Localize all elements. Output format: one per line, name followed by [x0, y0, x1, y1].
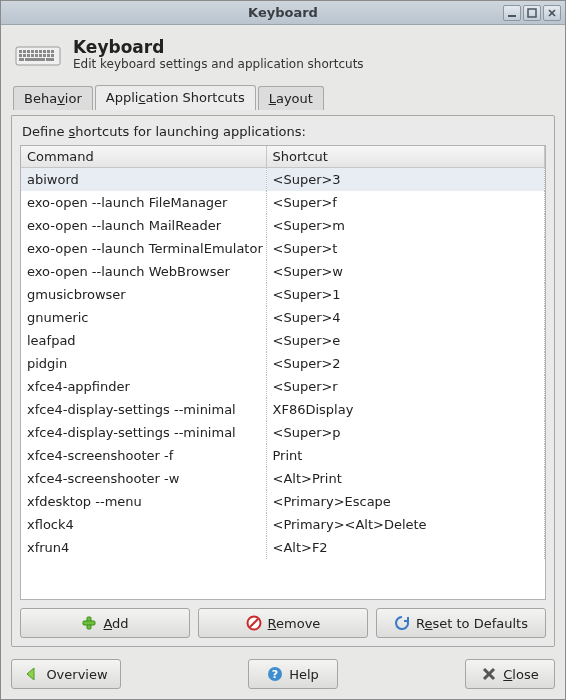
table-row[interactable]: xfrun4<Alt>F2 [21, 536, 545, 559]
cell-shortcut: <Super>2 [266, 352, 545, 375]
back-icon [24, 666, 40, 682]
keyboard-settings-window: Keyboard Key [0, 0, 566, 700]
keyboard-icon [15, 39, 61, 69]
cell-shortcut: <Super>4 [266, 306, 545, 329]
cell-command: exo-open --launch WebBrowser [21, 260, 266, 283]
help-label: Help [289, 667, 319, 682]
table-row[interactable]: exo-open --launch FileManager<Super>f [21, 191, 545, 214]
cell-command: gnumeric [21, 306, 266, 329]
svg-rect-19 [39, 54, 42, 57]
add-icon [81, 615, 97, 631]
cell-command: xfce4-display-settings --minimal [21, 421, 266, 444]
remove-icon [246, 615, 262, 631]
cell-shortcut: <Alt>F2 [266, 536, 545, 559]
tab-behavior[interactable]: Behavior [13, 86, 93, 110]
header-text: Keyboard Edit keyboard settings and appl… [73, 37, 364, 71]
cell-command: gmusicbrowser [21, 283, 266, 306]
remove-label: Remove [268, 616, 321, 631]
table-row[interactable]: xfdesktop --menu<Primary>Escape [21, 490, 545, 513]
table-row[interactable]: exo-open --launch MailReader<Super>m [21, 214, 545, 237]
cell-command: xfce4-screenshooter -w [21, 467, 266, 490]
cell-shortcut: <Super>p [266, 421, 545, 444]
svg-rect-20 [43, 54, 46, 57]
table-row[interactable]: xfce4-screenshooter -fPrint [21, 444, 545, 467]
minimize-button[interactable] [503, 5, 521, 21]
overview-label: Overview [46, 667, 107, 682]
page-title: Keyboard [73, 37, 364, 57]
content-area: Keyboard Edit keyboard settings and appl… [1, 25, 565, 699]
cell-command: pidgin [21, 352, 266, 375]
svg-rect-5 [19, 50, 22, 53]
close-button[interactable]: Close [465, 659, 555, 689]
maximize-button[interactable] [523, 5, 541, 21]
column-header-command[interactable]: Command [21, 146, 266, 168]
cell-command: xfce4-appfinder [21, 375, 266, 398]
cell-command: exo-open --launch FileManager [21, 191, 266, 214]
cell-shortcut: Print [266, 444, 545, 467]
cell-command: abiword [21, 168, 266, 192]
svg-rect-23 [19, 58, 24, 61]
header-block: Keyboard Edit keyboard settings and appl… [15, 37, 551, 71]
window-title: Keyboard [1, 5, 565, 20]
shortcuts-panel: Define shortcuts for launching applicati… [11, 115, 555, 647]
tab-application-shortcuts[interactable]: Application Shortcuts [95, 85, 256, 110]
svg-rect-0 [508, 15, 516, 17]
close-label: Close [503, 667, 538, 682]
add-button[interactable]: Add [20, 608, 190, 638]
cell-shortcut: <Super>1 [266, 283, 545, 306]
tab-layout[interactable]: Layout [258, 86, 324, 110]
table-row[interactable]: pidgin<Super>2 [21, 352, 545, 375]
add-label: Add [103, 616, 128, 631]
svg-rect-24 [25, 58, 45, 61]
close-icon [481, 666, 497, 682]
cell-shortcut: <Super>3 [266, 168, 545, 192]
table-row[interactable]: gmusicbrowser<Super>1 [21, 283, 545, 306]
cell-shortcut: <Super>w [266, 260, 545, 283]
refresh-icon [394, 615, 410, 631]
overview-button[interactable]: Overview [11, 659, 121, 689]
panel-label: Define shortcuts for launching applicati… [20, 124, 546, 139]
cell-shortcut: <Super>r [266, 375, 545, 398]
close-window-button[interactable] [543, 5, 561, 21]
reset-button[interactable]: Reset to Defaults [376, 608, 546, 638]
cell-command: leafpad [21, 329, 266, 352]
cell-shortcut: <Super>m [266, 214, 545, 237]
shortcuts-table[interactable]: Command Shortcut abiword<Super>3exo-open… [21, 146, 545, 559]
table-row[interactable]: xfce4-appfinder<Super>r [21, 375, 545, 398]
svg-rect-1 [528, 9, 536, 17]
table-row[interactable]: xfce4-display-settings --minimal<Super>p [21, 421, 545, 444]
cell-shortcut: <Alt>Print [266, 467, 545, 490]
svg-rect-27 [83, 621, 95, 625]
cell-command: xfrun4 [21, 536, 266, 559]
svg-rect-22 [51, 54, 54, 57]
cell-command: xflock4 [21, 513, 266, 536]
table-row[interactable]: gnumeric<Super>4 [21, 306, 545, 329]
table-row[interactable]: leafpad<Super>e [21, 329, 545, 352]
svg-rect-17 [31, 54, 34, 57]
cell-command: xfce4-screenshooter -f [21, 444, 266, 467]
svg-rect-6 [23, 50, 26, 53]
table-row[interactable]: exo-open --launch WebBrowser<Super>w [21, 260, 545, 283]
titlebar: Keyboard [1, 1, 565, 25]
svg-rect-13 [51, 50, 54, 53]
cell-shortcut: <Super>e [266, 329, 545, 352]
cell-command: exo-open --launch TerminalEmulator [21, 237, 266, 260]
cell-shortcut: XF86Display [266, 398, 545, 421]
svg-rect-12 [47, 50, 50, 53]
cell-command: exo-open --launch MailReader [21, 214, 266, 237]
svg-text:?: ? [272, 668, 278, 681]
svg-rect-14 [19, 54, 22, 57]
page-subtitle: Edit keyboard settings and application s… [73, 57, 364, 71]
table-row[interactable]: abiword<Super>3 [21, 168, 545, 192]
cell-command: xfdesktop --menu [21, 490, 266, 513]
remove-button[interactable]: Remove [198, 608, 368, 638]
table-row[interactable]: xfce4-screenshooter -w<Alt>Print [21, 467, 545, 490]
svg-rect-7 [27, 50, 30, 53]
column-header-shortcut[interactable]: Shortcut [266, 146, 545, 168]
table-row[interactable]: xfce4-display-settings --minimalXF86Disp… [21, 398, 545, 421]
table-row[interactable]: xflock4<Primary><Alt>Delete [21, 513, 545, 536]
help-button[interactable]: ? Help [248, 659, 338, 689]
svg-rect-21 [47, 54, 50, 57]
table-row[interactable]: exo-open --launch TerminalEmulator<Super… [21, 237, 545, 260]
svg-rect-16 [27, 54, 30, 57]
